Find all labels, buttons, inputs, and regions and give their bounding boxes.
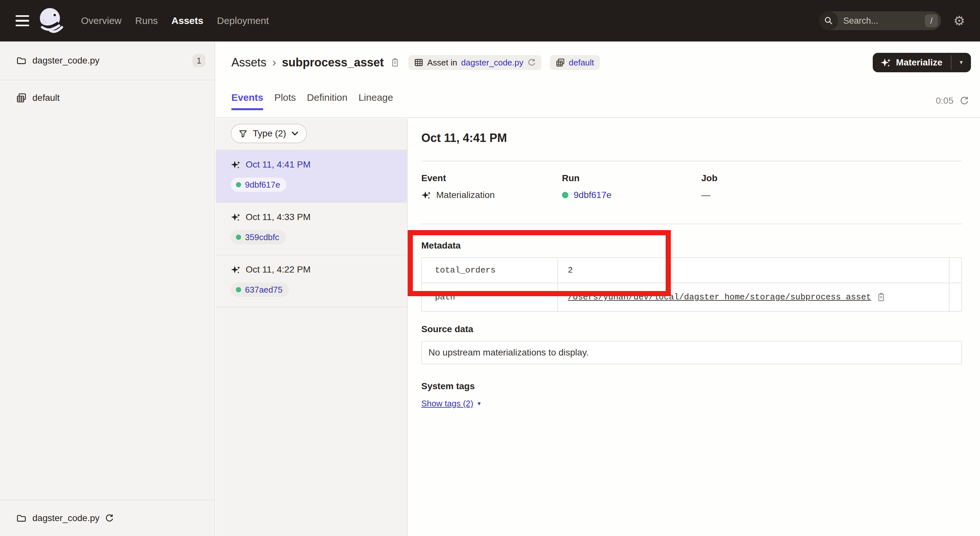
run-id-link[interactable]: 9dbf617e <box>574 190 611 200</box>
run-id-link[interactable]: 9dbf617e <box>245 180 280 190</box>
materialization-sparkle-icon <box>231 265 240 275</box>
group-label: default <box>32 93 60 103</box>
code-location-link[interactable]: dagster_code.py <box>461 58 523 68</box>
chevron-down-icon <box>291 130 299 137</box>
sidebar-item-code-location[interactable]: dagster_code.py 1 <box>0 41 215 80</box>
event-list-item[interactable]: Oct 11, 4:33 PM 359cdbfc <box>216 202 407 255</box>
source-data-heading: Source data <box>421 324 473 334</box>
search-shortcut-key: / <box>925 14 938 27</box>
breadcrumb-separator: › <box>272 56 276 69</box>
metadata-value: 2 <box>568 266 573 275</box>
event-timestamp: Oct 11, 4:22 PM <box>246 264 310 275</box>
asset-group-tag[interactable]: default <box>550 55 600 70</box>
top-navbar: Overview Runs Assets Deployment Search..… <box>0 0 980 41</box>
nav-overview[interactable]: Overview <box>80 11 123 30</box>
asset-definition-tag[interactable]: Asset in dagster_code.py <box>408 55 541 70</box>
asset-sidebar: dagster_code.py 1 default dagster_code.p… <box>0 41 215 536</box>
table-grid-icon <box>414 58 423 67</box>
system-tags-heading: System tags <box>421 381 475 391</box>
reload-icon[interactable] <box>105 514 114 523</box>
event-type-value: Materialization <box>436 190 495 200</box>
run-id-link[interactable]: 359cdbfc <box>245 232 279 242</box>
breadcrumb: Assets › subprocess_asset Asset in dagst… <box>216 41 980 84</box>
source-data-empty-message: No upstream materializations to display. <box>428 347 589 358</box>
primary-nav: Overview Runs Assets Deployment <box>80 11 270 30</box>
asset-header: Assets › subprocess_asset Asset in dagst… <box>216 41 980 118</box>
materialization-sparkle-icon <box>421 190 431 200</box>
event-detail-panel: Oct 11, 4:41 PM Event <box>408 119 980 536</box>
breadcrumb-assets-link[interactable]: Assets <box>231 56 266 69</box>
metadata-heading: Metadata <box>421 240 460 251</box>
nav-assets[interactable]: Assets <box>170 11 205 30</box>
tab-definition[interactable]: Definition <box>307 92 347 117</box>
event-list-item[interactable]: Oct 11, 4:22 PM 637aed75 <box>216 255 407 307</box>
filter-funnel-icon <box>239 129 248 138</box>
asset-tabs: Events Plots Definition Lineage 0:05 <box>216 84 980 118</box>
caret-down-icon: ▼ <box>476 401 482 407</box>
run-status-dot <box>562 192 568 198</box>
run-badge[interactable]: 359cdbfc <box>231 230 286 244</box>
table-row: path /Users/yuhan/dev/local/dagster_home… <box>422 283 961 311</box>
show-tags-toggle[interactable]: Show tags (2) ▼ <box>421 399 482 409</box>
materialization-sparkle-icon <box>231 160 240 170</box>
copy-path-icon[interactable] <box>876 292 886 302</box>
materialize-dropdown-caret[interactable]: ▼ <box>951 53 971 72</box>
job-column-label: Job <box>701 173 718 183</box>
nav-deployment[interactable]: Deployment <box>215 11 270 30</box>
materialization-sparkle-icon <box>231 212 240 222</box>
run-badge[interactable]: 637aed75 <box>231 283 289 297</box>
asset-group-icon <box>556 58 565 67</box>
footer-code-location-label: dagster_code.py <box>32 513 100 523</box>
search-input[interactable]: Search... / <box>819 11 941 30</box>
sidebar-footer-code-location[interactable]: dagster_code.py <box>0 500 215 536</box>
type-filter-button[interactable]: Type (2) <box>231 124 307 143</box>
folder-icon <box>16 513 27 523</box>
metadata-key: total_orders <box>422 258 558 283</box>
run-status-dot <box>236 182 241 187</box>
octopus-logo-icon <box>38 7 65 34</box>
group-link[interactable]: default <box>569 58 594 68</box>
event-list-item[interactable]: Oct 11, 4:41 PM 9dbf617e <box>216 150 407 202</box>
main-panel: Assets › subprocess_asset Asset in dagst… <box>216 41 980 536</box>
run-status-dot <box>236 235 241 240</box>
folder-icon <box>16 56 27 66</box>
reload-icon[interactable] <box>527 58 536 67</box>
tab-lineage[interactable]: Lineage <box>358 92 393 117</box>
sparkle-icon <box>880 57 891 68</box>
nav-runs[interactable]: Runs <box>134 11 159 30</box>
table-row: total_orders 2 <box>422 258 961 283</box>
run-badge[interactable]: 9dbf617e <box>231 178 286 192</box>
event-detail-heading: Oct 11, 4:41 PM <box>421 132 507 145</box>
search-placeholder: Search... <box>843 16 925 26</box>
refresh-countdown: 0:05 <box>936 95 954 106</box>
dagster-app: Overview Runs Assets Deployment Search..… <box>0 0 980 536</box>
menu-icon[interactable] <box>16 15 29 26</box>
copy-asset-name-icon[interactable] <box>390 58 400 67</box>
asset-group-icon <box>16 93 27 103</box>
tab-plots[interactable]: Plots <box>274 92 296 117</box>
metadata-key: path <box>422 283 558 311</box>
tag-prefix: Asset in <box>427 58 457 68</box>
path-link[interactable]: /Users/yuhan/dev/local/dagster_home/stor… <box>568 292 871 302</box>
job-value: — <box>701 190 710 200</box>
event-list-panel: Type (2) <box>216 119 408 536</box>
run-status-dot <box>236 287 241 292</box>
metadata-table: total_orders 2 path /Users/yuhan/dev/loc… <box>421 257 962 312</box>
code-location-label: dagster_code.py <box>32 56 100 66</box>
asset-count-badge: 1 <box>192 54 205 67</box>
event-column-label: Event <box>421 173 495 183</box>
run-id-link[interactable]: 637aed75 <box>245 285 283 295</box>
event-timestamp: Oct 11, 4:33 PM <box>246 212 310 222</box>
refresh-icon[interactable] <box>959 96 969 106</box>
page-title: subprocess_asset <box>282 56 384 69</box>
event-timestamp: Oct 11, 4:41 PM <box>246 159 310 170</box>
materialize-button[interactable]: Materialize ▼ <box>873 53 971 72</box>
materialize-label: Materialize <box>896 57 942 68</box>
dagster-logo <box>38 7 65 34</box>
source-data-empty-box: No upstream materializations to display. <box>421 341 962 364</box>
sidebar-item-group-default[interactable]: default <box>0 80 215 115</box>
type-filter-label: Type (2) <box>253 128 286 139</box>
tab-events[interactable]: Events <box>231 92 263 117</box>
run-column-label: Run <box>562 173 611 183</box>
settings-gear-icon[interactable]: ⚙ <box>948 13 971 28</box>
